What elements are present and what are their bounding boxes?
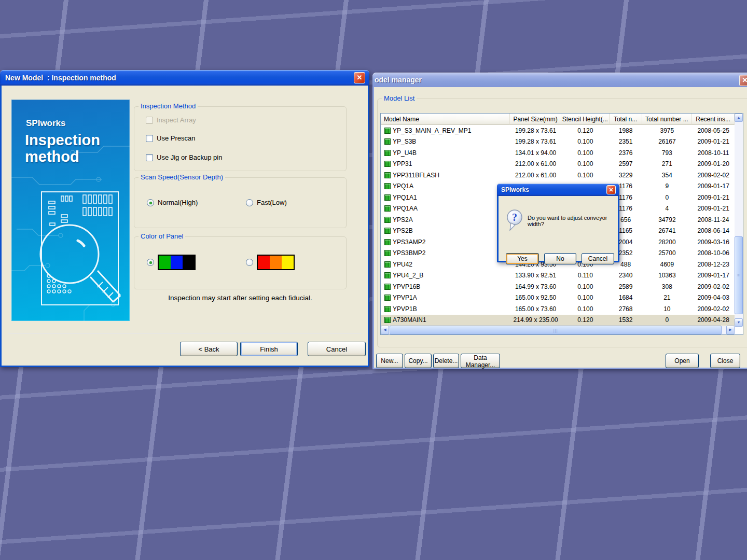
close-icon[interactable]: ✕ bbox=[606, 185, 616, 194]
cell-panel: 165.00 x 92.50 bbox=[510, 294, 561, 301]
table-row[interactable]: YPVP16B164.99 x 73.600.10025893082009-02… bbox=[381, 281, 735, 292]
cell-total2: 21 bbox=[642, 294, 693, 301]
inspection-method-group: Inspection Method Inspect Array Use Pres… bbox=[134, 106, 347, 171]
scroll-left-icon[interactable]: ◀ bbox=[381, 326, 389, 334]
column-header-total2[interactable]: Total number ... bbox=[642, 114, 693, 125]
table-row[interactable]: YP_S3B199.28 x 73.610.1002351261672009-0… bbox=[381, 136, 735, 148]
table-row[interactable]: A730MAIN1214.99 x 235.000.120153202009-0… bbox=[381, 315, 735, 326]
cancel-button[interactable]: Cancel bbox=[582, 253, 614, 264]
cell-date: 2008-11-24 bbox=[692, 216, 735, 223]
cell-date: 2008-10-11 bbox=[692, 149, 735, 157]
wizard-side-panel: SPIworks Inspection method bbox=[11, 100, 130, 321]
model-name: YPU42 bbox=[393, 261, 412, 268]
data-manager-button[interactable]: Data Manager... bbox=[461, 354, 500, 368]
cell-panel: 214.99 x 235.00 bbox=[510, 316, 561, 324]
new-button[interactable]: New... bbox=[376, 354, 403, 368]
close-button[interactable]: Close bbox=[710, 354, 740, 368]
thumb-grip: ≡ bbox=[737, 273, 740, 278]
cell-date: 2009-01-21 bbox=[692, 194, 735, 201]
pcb-model-icon bbox=[384, 217, 391, 223]
delete-button[interactable]: Delete... bbox=[433, 354, 459, 368]
close-icon[interactable]: ✕ bbox=[739, 75, 747, 86]
step-heading: Inspection method bbox=[25, 132, 100, 165]
radio-fast-low[interactable]: Fast(Low) bbox=[246, 199, 287, 206]
color-swatch bbox=[270, 256, 282, 269]
checkbox-use-jig[interactable]: Use Jig or Backup pin bbox=[146, 153, 222, 161]
pcb-model-icon bbox=[384, 172, 391, 178]
table-row[interactable]: YPVP1A165.00 x 92.500.1001684212009-04-0… bbox=[381, 292, 735, 304]
finish-button[interactable]: Finish bbox=[240, 342, 298, 356]
spiworks-messagebox: SPIworks ✕ ? Do you want to adjust conve… bbox=[497, 184, 619, 262]
vertical-scrollbar[interactable]: ▲ ≡ ▼ bbox=[735, 114, 743, 327]
cell-total2: 25700 bbox=[642, 249, 693, 257]
pcb-model-icon bbox=[384, 295, 391, 301]
cell-total2: 26167 bbox=[642, 138, 693, 145]
manager-titlebar[interactable]: odel manager bbox=[372, 73, 747, 87]
cell-stencil: 0.100 bbox=[561, 160, 610, 167]
model-name: YPVP16B bbox=[393, 283, 420, 290]
copy-button[interactable]: Copy... bbox=[405, 354, 432, 368]
table-row[interactable]: YPU4_2_B133.90 x 92.510.1102340103632009… bbox=[381, 270, 735, 282]
model-name: YPU4_2_B bbox=[393, 272, 423, 279]
table-header: Model NamePanel Size(mm)Stencil Height(.… bbox=[381, 114, 735, 125]
color-of-panel-group-label: Color of Panel bbox=[139, 232, 185, 241]
back-button[interactable]: < Back bbox=[180, 342, 238, 356]
checkbox-use-prescan[interactable]: Use Prescan bbox=[146, 134, 195, 142]
panel-color-swatches-dark bbox=[158, 255, 196, 270]
scroll-down-icon[interactable]: ▼ bbox=[735, 318, 743, 327]
cell-name: YPU42 bbox=[381, 261, 510, 268]
checkbox-label: Inspect Array bbox=[157, 116, 196, 124]
cell-date: 2009-01-21 bbox=[692, 138, 735, 145]
pcb-model-icon bbox=[384, 228, 391, 234]
checkbox-inspect-array[interactable]: Inspect Array bbox=[146, 116, 196, 124]
wizard-title: New Model : Inspection method bbox=[0, 74, 116, 82]
msgbox-titlebar[interactable]: SPIworks bbox=[497, 184, 619, 196]
cancel-button[interactable]: Cancel bbox=[308, 342, 366, 356]
vertical-scrollbar-thumb[interactable]: ≡ bbox=[735, 236, 743, 314]
radio-label: Fast(Low) bbox=[257, 199, 287, 206]
horizontal-scrollbar[interactable]: ◀ ||| ▶ bbox=[381, 326, 735, 334]
cell-name: YPS2B bbox=[381, 227, 510, 234]
cell-name: YPS3BMP2 bbox=[381, 249, 510, 257]
cell-name: YP_U4B bbox=[381, 149, 510, 157]
table-row[interactable]: YPVP1B165.00 x 73.600.1002768102009-02-0… bbox=[381, 303, 735, 315]
cell-date: 2009-02-02 bbox=[692, 172, 735, 179]
radio-normal-high[interactable]: Normal(High) bbox=[147, 199, 198, 206]
cell-date: 2009-01-17 bbox=[692, 272, 735, 279]
scroll-up-icon[interactable]: ▲ bbox=[735, 114, 743, 122]
yes-button[interactable]: Yes bbox=[506, 253, 539, 264]
radio-panel-dark-colors[interactable] bbox=[147, 255, 196, 270]
table-row[interactable]: YP_U4B134.01 x 94.000.10023767932008-10-… bbox=[381, 147, 735, 159]
desktop: { "icons": { "close": "✕", "up": "▲", "d… bbox=[0, 0, 747, 560]
table-row[interactable]: YP_S3_MAIN_A_REV_MP1199.28 x 73.610.1201… bbox=[381, 125, 735, 136]
model-name: YPQ1A bbox=[393, 183, 413, 190]
cell-name: A730MAIN1 bbox=[381, 316, 510, 324]
close-icon[interactable]: ✕ bbox=[354, 72, 365, 83]
scan-speed-group: Scan Speed(Sensor Depth) Normal(High) Fa… bbox=[134, 177, 347, 228]
wizard-titlebar[interactable]: New Model : Inspection method bbox=[0, 70, 369, 86]
cell-total2: 4 bbox=[642, 205, 693, 212]
inspection-method-group-label: Inspection Method bbox=[139, 102, 198, 110]
column-header-panel[interactable]: Panel Size(mm) bbox=[510, 114, 561, 125]
column-header-date[interactable]: Recent ins... bbox=[692, 114, 735, 125]
pcb-model-icon bbox=[384, 161, 391, 167]
scroll-right-icon[interactable]: ▶ bbox=[726, 326, 735, 334]
horizontal-scrollbar-thumb[interactable]: ||| bbox=[390, 326, 722, 334]
model-name: YPVP1A bbox=[393, 294, 417, 301]
radio-panel-bright-colors[interactable] bbox=[246, 255, 295, 270]
model-name: YPQ1AA bbox=[393, 205, 418, 212]
column-header-name[interactable]: Model Name bbox=[381, 114, 510, 125]
color-swatch bbox=[171, 256, 183, 269]
table-row[interactable]: YPP31212.00 x 61.000.10025972712009-01-2… bbox=[381, 159, 735, 170]
cell-panel: 199.28 x 73.61 bbox=[510, 127, 561, 134]
model-name: YPQ1A1 bbox=[393, 194, 417, 201]
table-row[interactable]: YPP311BFLASH212.00 x 61.000.100322935420… bbox=[381, 170, 735, 181]
cell-total2: 0 bbox=[642, 194, 693, 201]
open-button[interactable]: Open bbox=[666, 354, 699, 368]
column-header-stencil[interactable]: Stencil Height(... bbox=[561, 114, 610, 125]
wizard-window: New Model : Inspection method ✕ bbox=[0, 70, 369, 367]
no-button[interactable]: No bbox=[544, 253, 576, 264]
cell-date: 2008-12-23 bbox=[692, 261, 735, 268]
column-header-total[interactable]: Total n... bbox=[610, 114, 642, 125]
radio-label: Normal(High) bbox=[158, 199, 198, 206]
